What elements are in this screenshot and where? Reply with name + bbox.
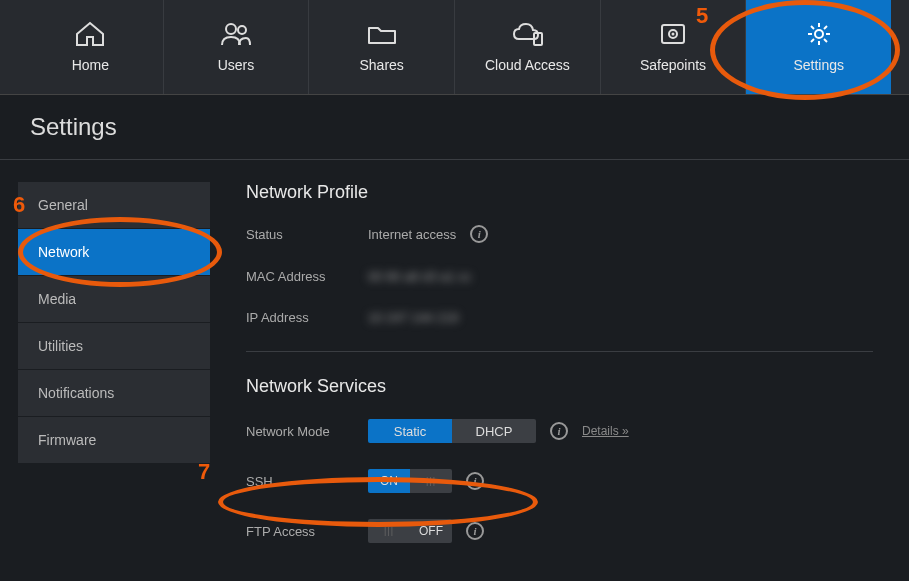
sidebar-item-label: Firmware: [38, 432, 96, 448]
nav-users[interactable]: Users: [163, 0, 309, 94]
folder-icon: [365, 21, 399, 47]
ssh-toggle[interactable]: ON |||: [368, 469, 452, 493]
ip-label: IP Address: [246, 310, 368, 325]
mac-value: 00 90 a9 d3 a1 cc: [368, 269, 471, 284]
nav-label: Safepoints: [640, 57, 706, 73]
safe-icon: [656, 21, 690, 47]
sidebar-item-notifications[interactable]: Notifications: [18, 370, 210, 417]
ssh-toggle-on: ON: [368, 469, 410, 493]
settings-content: Network Profile Status Internet access i…: [210, 160, 909, 581]
nav-label: Home: [72, 57, 109, 73]
mode-static-button[interactable]: Static: [368, 419, 452, 443]
mac-row: MAC Address 00 90 a9 d3 a1 cc: [246, 269, 873, 284]
ip-value: 10 247 144 219: [368, 310, 458, 325]
svg-point-6: [815, 30, 823, 38]
svg-line-12: [824, 39, 827, 42]
sidebar-item-utilities[interactable]: Utilities: [18, 323, 210, 370]
ssh-label: SSH: [246, 474, 368, 489]
nav-safepoints[interactable]: Safepoints: [600, 0, 746, 94]
ftp-toggle-off: OFF: [410, 519, 452, 543]
sidebar-item-network[interactable]: Network: [18, 229, 210, 276]
ftp-toggle[interactable]: ||| OFF: [368, 519, 452, 543]
users-icon: [219, 21, 253, 47]
ftp-label: FTP Access: [246, 524, 368, 539]
ftp-toggle-grip: |||: [368, 519, 410, 543]
ssh-row: SSH ON ||| i: [246, 469, 873, 493]
page-title-row: Settings: [0, 95, 909, 160]
svg-point-5: [672, 33, 675, 36]
nav-settings[interactable]: Settings: [745, 0, 891, 94]
top-navigation: Home Users Shares Cloud Access Safepoint…: [0, 0, 909, 95]
status-value: Internet access: [368, 227, 456, 242]
nav-label: Users: [218, 57, 255, 73]
ip-row: IP Address 10 247 144 219: [246, 310, 873, 325]
sidebar-item-general[interactable]: General: [18, 182, 210, 229]
nav-label: Shares: [360, 57, 404, 73]
ftp-row: FTP Access ||| OFF i: [246, 519, 873, 543]
details-link[interactable]: Details »: [582, 424, 629, 438]
sidebar-item-media[interactable]: Media: [18, 276, 210, 323]
nav-cloud[interactable]: Cloud Access: [454, 0, 600, 94]
mode-dhcp-button[interactable]: DHCP: [452, 419, 536, 443]
nav-label: Settings: [793, 57, 844, 73]
mac-label: MAC Address: [246, 269, 368, 284]
nav-home[interactable]: Home: [18, 0, 163, 94]
sidebar-item-label: Media: [38, 291, 76, 307]
info-icon[interactable]: i: [550, 422, 568, 440]
svg-line-11: [811, 26, 814, 29]
sidebar-item-label: Utilities: [38, 338, 83, 354]
svg-line-14: [811, 39, 814, 42]
sidebar-item-label: Notifications: [38, 385, 114, 401]
sidebar-item-firmware[interactable]: Firmware: [18, 417, 210, 464]
sidebar-item-label: General: [38, 197, 88, 213]
info-icon[interactable]: i: [466, 522, 484, 540]
cloud-icon: [510, 21, 544, 47]
status-label: Status: [246, 227, 368, 242]
network-services-heading: Network Services: [246, 376, 873, 397]
ssh-toggle-grip: |||: [410, 469, 452, 493]
network-mode-row: Network Mode Static DHCP i Details »: [246, 419, 873, 443]
nav-label: Cloud Access: [485, 57, 570, 73]
network-profile-heading: Network Profile: [246, 182, 873, 203]
page-title: Settings: [30, 113, 879, 141]
svg-point-1: [238, 26, 246, 34]
info-icon[interactable]: i: [466, 472, 484, 490]
nav-shares[interactable]: Shares: [308, 0, 454, 94]
gear-icon: [802, 21, 836, 47]
sidebar-item-label: Network: [38, 244, 89, 260]
section-divider: [246, 351, 873, 352]
network-mode-label: Network Mode: [246, 424, 368, 439]
settings-sidebar: General Network Media Utilities Notifica…: [18, 182, 210, 581]
home-icon: [73, 21, 107, 47]
info-icon[interactable]: i: [470, 225, 488, 243]
status-row: Status Internet access i: [246, 225, 873, 243]
svg-point-0: [226, 24, 236, 34]
network-mode-segmented: Static DHCP: [368, 419, 536, 443]
svg-line-13: [824, 26, 827, 29]
